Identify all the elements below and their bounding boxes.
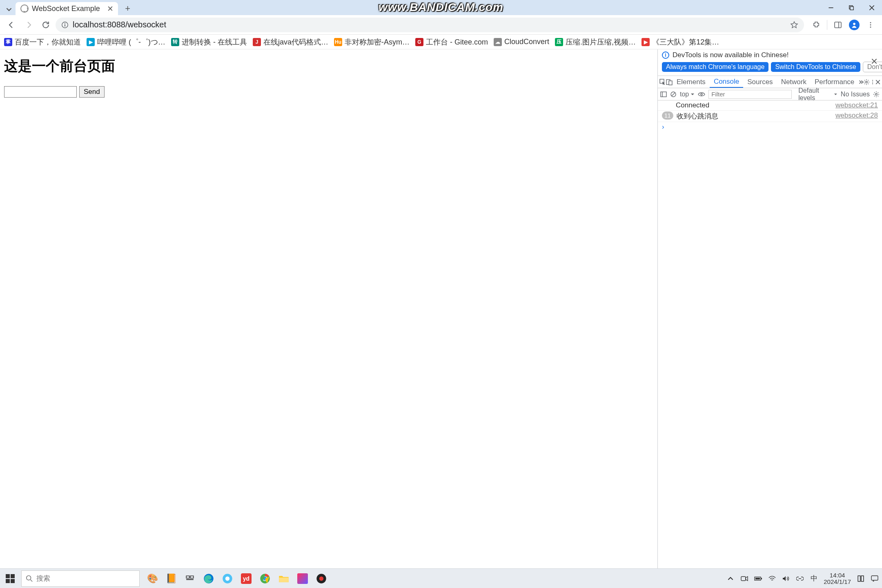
svg-rect-1 (850, 7, 853, 10)
tab-search-dropdown[interactable] (3, 4, 15, 15)
bookmark-item[interactable]: ☁CloudConvert (494, 38, 549, 46)
taskbar-app-paint[interactable]: 🎨 (144, 570, 161, 587)
browser-tab[interactable]: WebSocket Example (16, 2, 118, 15)
console-filter-input[interactable] (708, 90, 792, 99)
window-titlebar: WebSocket Example + www.BANDICAM.com (0, 0, 882, 15)
close-tab-icon[interactable] (107, 5, 114, 12)
reload-button[interactable] (38, 18, 53, 32)
bookmark-favicon: ☁ (494, 38, 502, 46)
banner-switch-button[interactable]: Switch DevTools to Chinese (771, 62, 860, 72)
console-prompt[interactable]: › (658, 122, 882, 132)
banner-close-icon[interactable] (870, 57, 879, 66)
forward-button[interactable] (21, 18, 36, 32)
bookmark-favicon: 转 (171, 38, 179, 46)
tray-ime-mode[interactable]: 中 (810, 575, 818, 583)
url-field[interactable]: localhost:8088/websocket (56, 18, 804, 32)
issues-counter[interactable]: No Issues (841, 91, 870, 98)
svg-rect-40 (755, 578, 760, 579)
bandicam-watermark: www.BANDICAM.com (379, 1, 503, 14)
taskbar-app-chrome[interactable] (256, 570, 274, 587)
devtools-tab-console[interactable]: Console (710, 76, 743, 88)
levels-label: Default levels (798, 87, 833, 102)
console-log-row: Connectedwebsocket:21 (658, 100, 882, 111)
bookmark-item[interactable]: 压压缩.图片压缩,视频… (555, 37, 636, 47)
tray-notifications-icon[interactable] (871, 575, 879, 583)
banner-always-button[interactable]: Always match Chrome's language (662, 62, 768, 72)
svg-rect-27 (190, 576, 194, 578)
devtools-tab-sources[interactable]: Sources (743, 76, 777, 88)
site-info-icon[interactable] (61, 21, 69, 29)
device-toolbar-icon[interactable] (666, 76, 673, 88)
start-button[interactable] (0, 569, 20, 588)
send-button[interactable]: Send (79, 86, 105, 98)
maximize-button[interactable] (841, 0, 862, 15)
tray-link-icon[interactable] (796, 575, 804, 583)
devtools-tab-elements[interactable]: Elements (673, 76, 710, 88)
clear-console-icon[interactable] (670, 91, 677, 98)
side-panel-icon[interactable] (831, 18, 845, 32)
console-settings-icon[interactable] (873, 91, 880, 98)
bookmark-item[interactable]: Hu非对称加密-Asym… (334, 37, 410, 47)
svg-point-22 (701, 94, 702, 95)
avatar-icon (849, 20, 860, 30)
taskbar-app-youdao[interactable]: yd (238, 570, 255, 587)
bookmark-item[interactable]: J在线java代码格式… (253, 37, 328, 47)
console-output[interactable]: Connectedwebsocket:2111收到心跳消息websocket:2… (658, 100, 882, 568)
svg-rect-28 (186, 579, 194, 580)
console-sidebar-toggle-icon[interactable] (660, 91, 667, 98)
new-tab-button[interactable]: + (121, 2, 134, 15)
bookmark-item[interactable]: 掌百度一下，你就知道 (4, 37, 81, 47)
page-content: 这是一个前台页面 Send (0, 49, 657, 568)
inspect-element-icon[interactable] (659, 76, 666, 88)
svg-rect-41 (761, 578, 762, 579)
taskbar-app-explorer[interactable] (275, 570, 292, 587)
bookmark-label: 工作台 - Gitee.com (426, 37, 488, 47)
devtools-settings-icon[interactable] (863, 76, 870, 88)
bookmark-item[interactable]: ▶哔哩哔哩 (゜-゜)つ… (87, 37, 165, 47)
log-levels-selector[interactable]: Default levels (798, 87, 837, 102)
taskbar-app-browser2[interactable] (219, 570, 236, 587)
profile-avatar[interactable] (847, 18, 862, 32)
tray-volume-icon[interactable] (782, 575, 790, 583)
devtools-tab-performance[interactable]: Performance (811, 76, 858, 88)
console-context-selector[interactable]: top (680, 91, 695, 98)
search-icon (26, 575, 33, 582)
tray-clock[interactable]: 14:04 2024/1/17 (824, 572, 851, 585)
svg-rect-5 (835, 22, 841, 28)
log-source-link[interactable]: websocket:28 (835, 111, 878, 120)
taskbar-app-idea[interactable] (294, 570, 311, 587)
message-input[interactable] (4, 86, 77, 98)
taskbar-app-files[interactable]: 📙 (163, 570, 180, 587)
tray-app-icon[interactable] (857, 575, 865, 583)
tray-meet-icon[interactable] (740, 575, 748, 583)
log-source-link[interactable]: websocket:21 (835, 101, 878, 109)
tray-chevron-icon[interactable] (726, 575, 735, 583)
minimize-button[interactable] (821, 0, 841, 15)
bookmark-item[interactable]: G工作台 - Gitee.com (415, 37, 488, 47)
taskbar-apps: 🎨 📙 yd (144, 570, 330, 587)
devtools-menu-icon[interactable] (870, 76, 875, 88)
bookmark-star-icon[interactable] (790, 21, 798, 29)
taskbar-app-bandicam[interactable] (313, 570, 330, 587)
divider (827, 20, 827, 30)
live-expression-icon[interactable] (698, 91, 705, 97)
taskbar-app-taskview[interactable] (181, 570, 198, 587)
tray-wifi-icon[interactable] (768, 575, 776, 583)
svg-rect-18 (661, 92, 666, 97)
chrome-menu-icon[interactable] (863, 18, 878, 32)
devtools-tab-network[interactable]: Network (777, 76, 811, 88)
more-tabs-icon[interactable] (858, 76, 863, 88)
extensions-icon[interactable] (809, 18, 824, 32)
back-button[interactable] (4, 18, 19, 32)
taskbar-search[interactable]: 搜索 (21, 570, 140, 587)
url-text: localhost:8088/websocket (73, 20, 166, 29)
tray-battery-icon[interactable] (754, 575, 762, 583)
bookmark-label: 压缩.图片压缩,视频… (566, 37, 636, 47)
clock-time: 14:04 (824, 572, 851, 579)
taskbar-app-edge[interactable] (200, 570, 217, 587)
bookmark-item[interactable]: 转进制转换 - 在线工具 (171, 37, 247, 47)
bookmark-item[interactable]: ▶《三大队》第12集… (641, 37, 719, 47)
close-window-button[interactable] (862, 0, 882, 15)
devtools-close-icon[interactable] (875, 76, 880, 88)
svg-rect-4 (65, 24, 65, 26)
